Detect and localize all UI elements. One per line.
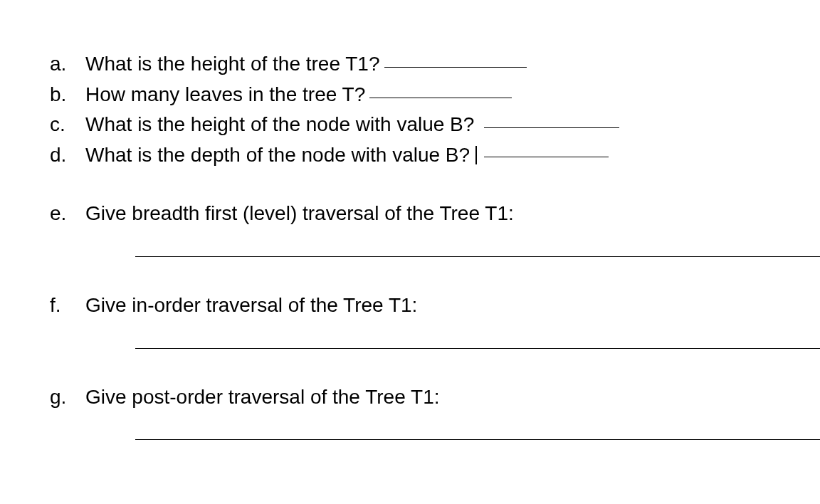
content-d: What is the depth of the node with value…	[85, 141, 609, 170]
answer-blank-f[interactable]	[135, 335, 820, 349]
question-b: b. How many leaves in the tree T?	[50, 80, 820, 110]
spacer-3	[50, 355, 820, 383]
content-e: Give breadth first (level) traversal of …	[85, 199, 514, 229]
answer-blank-e[interactable]	[135, 243, 820, 257]
text-d: What is the depth of the node with value…	[85, 141, 470, 170]
answer-line-wrap-f	[135, 335, 820, 349]
answer-blank-c[interactable]	[484, 127, 619, 128]
label-e: e.	[50, 199, 85, 229]
text-g: Give post-order traversal of the Tree T1…	[85, 383, 439, 412]
text-f: Give in-order traversal of the Tree T1:	[85, 291, 417, 320]
question-g: g. Give post-order traversal of the Tree…	[50, 383, 820, 412]
answer-blank-g[interactable]	[135, 426, 820, 440]
text-a: What is the height of the tree T1?	[85, 50, 380, 79]
answer-blank-b[interactable]	[369, 98, 512, 98]
text-e: Give breadth first (level) traversal of …	[85, 199, 514, 229]
spacer-1	[50, 171, 820, 199]
text-b: How many leaves in the tree T?	[85, 80, 365, 110]
content-b: How many leaves in the tree T?	[85, 80, 512, 110]
question-e: e. Give breadth first (level) traversal …	[50, 199, 820, 229]
label-c: c.	[50, 110, 85, 140]
question-c: c. What is the height of the node with v…	[50, 110, 820, 140]
divider-mark	[475, 146, 477, 164]
label-d: d.	[50, 141, 85, 170]
content-f: Give in-order traversal of the Tree T1:	[85, 291, 417, 320]
content-g: Give post-order traversal of the Tree T1…	[85, 383, 439, 412]
question-a: a. What is the height of the tree T1?	[50, 50, 820, 79]
label-a: a.	[50, 50, 85, 79]
label-f: f.	[50, 291, 85, 320]
question-f: f. Give in-order traversal of the Tree T…	[50, 291, 820, 320]
answer-line-wrap-e	[135, 243, 820, 257]
content-a: What is the height of the tree T1?	[85, 50, 527, 79]
label-g: g.	[50, 383, 85, 412]
content-c: What is the height of the node with valu…	[85, 110, 619, 140]
answer-line-wrap-g	[135, 426, 820, 440]
label-b: b.	[50, 80, 85, 110]
text-c: What is the height of the node with valu…	[85, 110, 474, 140]
answer-blank-d[interactable]	[484, 157, 609, 157]
question-d: d. What is the depth of the node with va…	[50, 141, 820, 170]
answer-blank-a[interactable]	[384, 67, 527, 68]
spacer-2	[50, 263, 820, 291]
